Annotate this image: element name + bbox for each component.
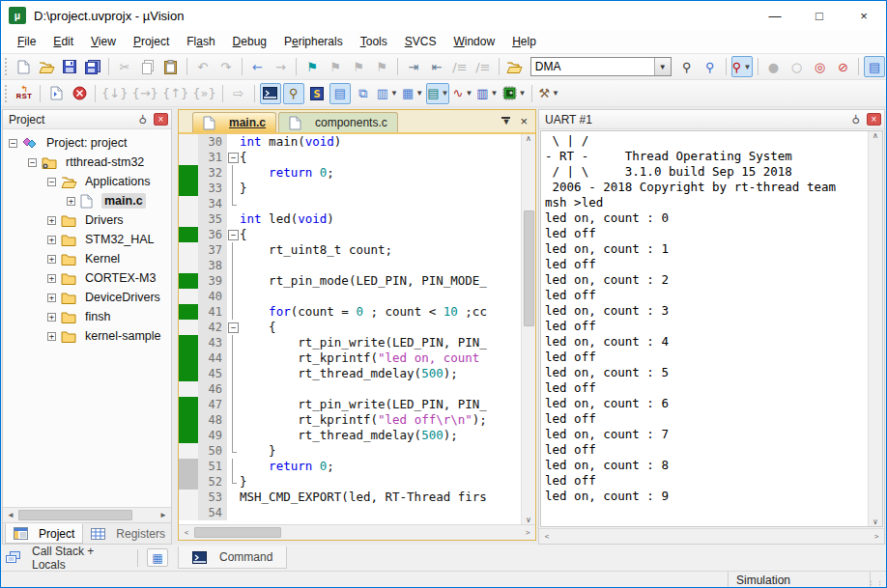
tree-item-kernel-sample[interactable]: +kernel-sample xyxy=(3,326,171,346)
redo-button[interactable]: ↷ xyxy=(215,56,237,77)
undo-button[interactable]: ↶ xyxy=(192,56,214,77)
expand-icon[interactable]: + xyxy=(47,294,56,302)
serial-window-button[interactable]: ▤▼ xyxy=(426,83,449,104)
code-editor[interactable]: 30int main(void)31{32 return 0;33}3435in… xyxy=(179,134,521,524)
scroll-right-icon[interactable]: ► xyxy=(156,511,171,519)
expand-icon[interactable]: + xyxy=(47,236,56,244)
close-tab-icon[interactable]: × xyxy=(520,114,528,128)
menu-svcs[interactable]: SVCS xyxy=(396,32,445,51)
reset-cpu-button[interactable]: ↰RST xyxy=(14,83,35,104)
bookmark-next-button[interactable]: ⚑ xyxy=(348,56,369,77)
comment-selection-button[interactable]: /≡ xyxy=(449,56,471,77)
navigate-forward-button[interactable]: → xyxy=(270,56,291,77)
call-stack-bar[interactable]: Call Stack + Locals ▦ xyxy=(2,546,172,569)
collapse-icon[interactable]: − xyxy=(9,139,17,148)
scroll-thumb[interactable] xyxy=(194,527,281,538)
tree-item-finsh[interactable]: +finsh xyxy=(3,307,171,326)
disassembly-window-button[interactable]: ⚲ xyxy=(283,83,304,104)
tree-item-applications[interactable]: −Applications xyxy=(3,172,171,191)
fold-collapse-icon[interactable] xyxy=(227,150,240,165)
panel-tab-registers[interactable]: Registers xyxy=(83,523,173,544)
indent-button[interactable]: ⇥ xyxy=(403,56,424,77)
menu-flash[interactable]: Flash xyxy=(178,32,223,51)
stop-button[interactable] xyxy=(69,83,90,104)
scroll-thumb[interactable] xyxy=(524,210,534,326)
scroll-down-icon[interactable]: ∨ xyxy=(868,518,883,526)
show-windows-button[interactable]: ▤ xyxy=(864,56,885,77)
expand-icon[interactable]: + xyxy=(47,274,56,283)
close-button[interactable]: × xyxy=(842,1,886,30)
navigate-back-button[interactable]: ← xyxy=(246,56,268,77)
call-stack-window-button[interactable]: ⧉ xyxy=(353,83,374,104)
editor-tab-main-c[interactable]: main.c xyxy=(192,112,276,132)
find-combobox[interactable]: DMA▼ xyxy=(530,57,672,76)
tree-item-cortex-m3[interactable]: +CORTEX-M3 xyxy=(3,268,171,288)
pin-icon[interactable]: ⚲ xyxy=(135,113,151,126)
combobox-dropdown-icon[interactable]: ▼ xyxy=(654,58,671,75)
menu-debug[interactable]: Debug xyxy=(224,32,275,51)
scroll-down-icon[interactable]: ∨ xyxy=(521,516,535,524)
memory-window-button[interactable]: ▦▼ xyxy=(401,83,424,104)
dropdown-icon[interactable]: ▼ xyxy=(519,89,527,98)
save-all-button[interactable] xyxy=(82,56,103,77)
kill-all-breakpoints-button[interactable]: ⊘ xyxy=(832,56,853,77)
editor-vscrollbar[interactable]: ∧ ∨ xyxy=(521,134,535,524)
new-file-button[interactable] xyxy=(13,56,34,77)
close-icon[interactable]: × xyxy=(154,113,168,126)
tab-list-icon[interactable]: ▼ xyxy=(501,117,510,126)
find-in-files-button[interactable]: ⚲ xyxy=(676,56,698,77)
tree-item-devicedrivers[interactable]: +DeviceDrivers xyxy=(3,288,171,307)
step-over-button[interactable]: {→} xyxy=(130,83,158,104)
insert-remove-breakpoint-button[interactable]: ● xyxy=(762,56,784,77)
find-in-files-setup-button[interactable] xyxy=(504,56,526,77)
close-icon[interactable]: × xyxy=(867,113,881,126)
copy-button[interactable] xyxy=(137,56,158,77)
scroll-left-icon[interactable]: < xyxy=(179,528,194,537)
open-file-button[interactable] xyxy=(36,56,57,77)
analysis-window-button[interactable]: ∿▼ xyxy=(451,83,473,104)
dropdown-icon[interactable]: ▼ xyxy=(442,89,449,98)
dropdown-icon[interactable]: ▼ xyxy=(491,89,499,98)
menu-view[interactable]: View xyxy=(82,32,125,51)
menu-tools[interactable]: Tools xyxy=(352,32,396,51)
minimize-button[interactable]: — xyxy=(753,1,797,30)
scroll-up-icon[interactable]: ∧ xyxy=(868,131,883,140)
registers-window-button[interactable]: ▤ xyxy=(329,83,351,104)
step-out-button[interactable]: {↑} xyxy=(161,83,189,104)
watch-window-button[interactable]: ▥▼ xyxy=(376,83,399,104)
scroll-right-icon[interactable]: > xyxy=(520,528,535,537)
menu-window[interactable]: Window xyxy=(444,32,503,51)
tree-item-main-c[interactable]: +main.c xyxy=(3,191,171,210)
dropdown-icon[interactable]: ▼ xyxy=(552,89,559,98)
tree-item-project-project[interactable]: −Project: project xyxy=(3,133,171,153)
run-to-cursor-button[interactable]: {»} xyxy=(191,83,217,104)
tree-item-drivers[interactable]: +Drivers xyxy=(3,210,171,230)
dropdown-icon[interactable]: ▼ xyxy=(465,89,472,98)
tree-item-stm32-hal[interactable]: +STM32_HAL xyxy=(3,230,171,249)
collapse-icon[interactable]: − xyxy=(47,178,56,186)
scroll-left-icon[interactable]: < xyxy=(539,532,555,541)
trace-window-button[interactable]: ▥▼ xyxy=(475,83,499,104)
expand-icon[interactable]: + xyxy=(67,197,75,206)
start-stop-debug-session-button[interactable]: ⚲▼ xyxy=(731,56,753,77)
tree-item-kernel[interactable]: +Kernel xyxy=(3,249,171,268)
panel-tab-project[interactable]: Project xyxy=(5,523,83,544)
incremental-find-button[interactable]: ⚲ xyxy=(700,56,721,77)
tree-item-rtthread-stm32[interactable]: −rtthread-stm32 xyxy=(3,153,171,172)
show-next-statement-button[interactable]: ⇨ xyxy=(228,83,249,104)
expand-icon[interactable]: + xyxy=(47,332,56,341)
bookmark-toggle-button[interactable]: ⚑ xyxy=(301,56,323,77)
menu-edit[interactable]: Edit xyxy=(44,32,82,51)
fold-collapse-icon[interactable] xyxy=(227,320,240,335)
resize-grip[interactable]: ⋮⋮ xyxy=(871,572,886,588)
project-hscrollbar[interactable]: ◄ ► xyxy=(3,507,171,522)
disable-all-breakpoints-button[interactable]: ◎ xyxy=(809,56,830,77)
symbol-window-button[interactable]: S xyxy=(306,83,328,104)
scroll-left-icon[interactable]: ◄ xyxy=(3,511,18,519)
scroll-right-icon[interactable]: > xyxy=(869,532,884,541)
step-into-button[interactable]: {↓} xyxy=(100,83,129,104)
cut-button[interactable]: ✂ xyxy=(114,56,135,77)
dropdown-icon[interactable]: ▼ xyxy=(390,89,398,98)
enable-disable-breakpoint-button[interactable]: ○ xyxy=(786,56,807,77)
maximize-button[interactable]: □ xyxy=(797,1,842,30)
